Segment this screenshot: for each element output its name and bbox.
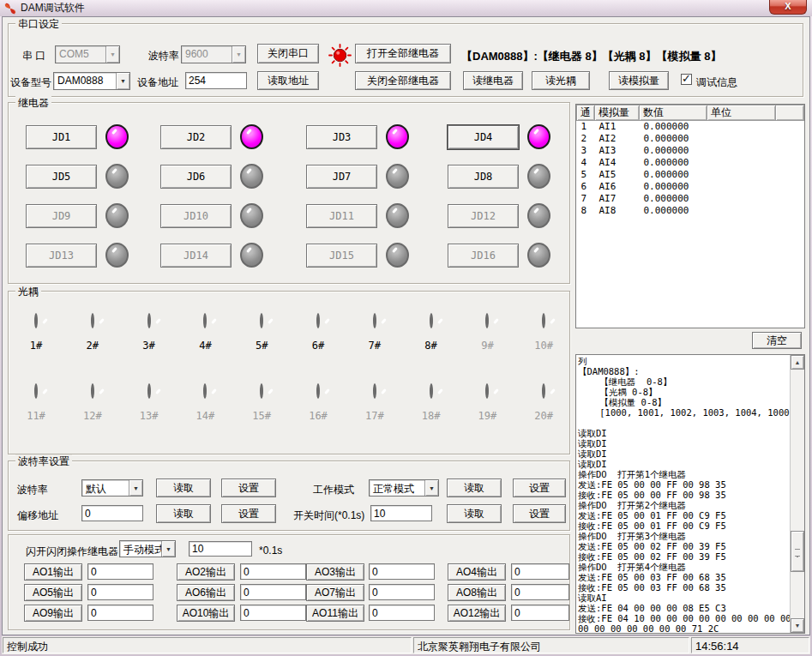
ao-output-input-9[interactable] bbox=[87, 605, 153, 621]
relay-button-jd10[interactable]: JD10 bbox=[160, 204, 232, 228]
opto-led-7 bbox=[373, 313, 376, 328]
read-analog-button[interactable]: 读模拟量 bbox=[609, 71, 669, 90]
device-model-combobox[interactable]: DAM0888 ▼ bbox=[53, 72, 130, 90]
relay-button-jd1[interactable]: JD1 bbox=[26, 125, 97, 149]
table-cell: AI7 bbox=[595, 193, 640, 205]
relay-button-jd8[interactable]: JD8 bbox=[448, 165, 519, 189]
baudrate-label: 波特率 bbox=[148, 49, 179, 63]
relay-button-jd14[interactable]: JD14 bbox=[160, 244, 232, 268]
opto-label: 10# bbox=[518, 340, 569, 352]
analog-column-header[interactable]: 通 bbox=[577, 105, 595, 121]
ao-output-input-6[interactable] bbox=[240, 584, 306, 600]
table-cell: 0.000000 bbox=[640, 145, 707, 157]
read-address-button[interactable]: 读取地址 bbox=[257, 71, 319, 90]
relay-button-jd3[interactable]: JD3 bbox=[306, 125, 377, 149]
ao-output-input-11[interactable] bbox=[369, 605, 435, 621]
analog-column-header[interactable]: 模拟量 bbox=[595, 105, 640, 121]
relay-button-jd4[interactable]: JD4 bbox=[448, 125, 519, 149]
ao-output-button-4[interactable]: AO4输出 bbox=[448, 563, 506, 581]
switch-time-set-button[interactable]: 设置 bbox=[513, 504, 566, 523]
log-scrollbar[interactable]: ▲ ▼ bbox=[790, 355, 804, 633]
opto-label: 17# bbox=[349, 410, 400, 422]
baud-set-button[interactable]: 设置 bbox=[221, 478, 276, 497]
relay-button-jd7[interactable]: JD7 bbox=[306, 165, 377, 189]
relay-button-jd12[interactable]: JD12 bbox=[448, 204, 519, 228]
switch-time-read-button[interactable]: 读取 bbox=[447, 504, 502, 523]
ao-output-button-5[interactable]: AO5输出 bbox=[24, 584, 82, 601]
baudrate-combobox[interactable]: 9600 ▼ bbox=[181, 45, 246, 63]
ao-output-input-12[interactable] bbox=[511, 605, 569, 621]
opto-led-19 bbox=[485, 383, 489, 399]
table-cell bbox=[776, 181, 804, 193]
ao-output-button-10[interactable]: AO10输出 bbox=[177, 605, 235, 622]
relay-led-jd1 bbox=[105, 124, 129, 149]
ao-output-input-1[interactable] bbox=[87, 563, 153, 580]
ao-output-input-8[interactable] bbox=[511, 584, 569, 600]
read-relays-button[interactable]: 读继电器 bbox=[463, 71, 523, 90]
ao-output-button-1[interactable]: AO1输出 bbox=[24, 563, 82, 581]
scroll-down-icon[interactable]: ▼ bbox=[791, 618, 804, 633]
table-cell bbox=[707, 193, 776, 205]
offset-address-input[interactable] bbox=[81, 505, 143, 521]
work-mode-combobox[interactable]: 正常模式 ▼ bbox=[369, 479, 439, 497]
relay-button-jd11[interactable]: JD11 bbox=[306, 204, 377, 228]
work-mode-set-button[interactable]: 设置 bbox=[513, 478, 566, 497]
opto-label: 15# bbox=[236, 410, 287, 422]
relay-cell: JD14 bbox=[160, 243, 263, 268]
debug-info-label: 调试信息 bbox=[696, 75, 737, 90]
baud-read-button[interactable]: 读取 bbox=[156, 478, 211, 497]
analog-column-header[interactable]: 单位 bbox=[707, 105, 776, 121]
ao-output-button-11[interactable]: AO11输出 bbox=[306, 605, 364, 622]
offset-read-button[interactable]: 读取 bbox=[156, 504, 211, 523]
analog-column-header[interactable] bbox=[776, 105, 804, 121]
table-cell: 6 bbox=[577, 181, 595, 193]
relay-button-jd16[interactable]: JD16 bbox=[448, 244, 519, 268]
ao-output-button-12[interactable]: AO12输出 bbox=[448, 605, 506, 622]
read-opto-button[interactable]: 读光耦 bbox=[532, 71, 590, 90]
work-mode-read-button[interactable]: 读取 bbox=[447, 478, 502, 497]
baudrate-setting-combobox[interactable]: 默认 ▼ bbox=[81, 479, 143, 497]
ao-output-input-10[interactable] bbox=[240, 605, 306, 621]
ao-output-input-5[interactable] bbox=[87, 584, 153, 600]
opto-cell: 18# bbox=[406, 385, 457, 422]
switch-time-input[interactable] bbox=[370, 505, 432, 521]
close-all-relays-button[interactable]: 关闭全部继电器 bbox=[355, 71, 451, 90]
ao-output-button-9[interactable]: AO9输出 bbox=[24, 605, 82, 622]
offset-set-button[interactable]: 设置 bbox=[221, 504, 276, 523]
ao-output-input-3[interactable] bbox=[369, 563, 435, 580]
opto-cell: 4# bbox=[179, 315, 231, 352]
relay-button-jd5[interactable]: JD5 bbox=[26, 165, 97, 189]
relay-button-jd2[interactable]: JD2 bbox=[160, 125, 232, 149]
relay-button-jd9[interactable]: JD9 bbox=[26, 204, 97, 228]
close-port-button[interactable]: 关闭串口 bbox=[257, 44, 319, 63]
scrollbar-thumb[interactable] bbox=[791, 531, 804, 572]
port-combobox[interactable]: COM5 ▼ bbox=[55, 45, 120, 63]
table-cell bbox=[707, 205, 776, 217]
ao-output-input-2[interactable] bbox=[240, 563, 306, 580]
ao-output-input-7[interactable] bbox=[369, 584, 435, 600]
flash-time-input[interactable] bbox=[189, 541, 252, 557]
ao-output-button-6[interactable]: AO6输出 bbox=[177, 584, 235, 601]
table-cell bbox=[707, 121, 776, 133]
scroll-up-icon[interactable]: ▲ bbox=[791, 355, 804, 370]
ao-output-button-2[interactable]: AO2输出 bbox=[177, 563, 235, 581]
offset-address-label: 偏移地址 bbox=[17, 509, 58, 523]
opto-cell: 10# bbox=[518, 315, 569, 352]
ao-output-button-3[interactable]: AO3输出 bbox=[306, 563, 364, 581]
device-address-input[interactable] bbox=[185, 72, 247, 89]
ao-output-button-7[interactable]: AO7输出 bbox=[306, 584, 364, 601]
baud-group-title: 波特率设置 bbox=[15, 454, 72, 469]
close-button[interactable]: X bbox=[769, 0, 807, 15]
relay-button-jd13[interactable]: JD13 bbox=[26, 244, 97, 268]
analog-column-header[interactable]: 数值 bbox=[640, 105, 707, 121]
relay-button-jd15[interactable]: JD15 bbox=[306, 244, 377, 268]
clear-log-button[interactable]: 清空 bbox=[752, 332, 802, 349]
ao-output-input-4[interactable] bbox=[511, 563, 569, 580]
flash-mode-combobox[interactable]: 手动模式 ▼ bbox=[119, 540, 176, 557]
ao-output-button-8[interactable]: AO8输出 bbox=[448, 584, 506, 601]
relay-button-jd6[interactable]: JD6 bbox=[160, 165, 232, 189]
debug-info-checkbox[interactable] bbox=[681, 74, 692, 85]
log-panel[interactable]: 列 【DAM0888】: 【继电器 0-8】 【光耦 0-8】 【模拟量 0-8… bbox=[575, 354, 805, 634]
open-all-relays-button[interactable]: 打开全部继电器 bbox=[355, 44, 451, 63]
table-cell: AI2 bbox=[595, 133, 640, 145]
